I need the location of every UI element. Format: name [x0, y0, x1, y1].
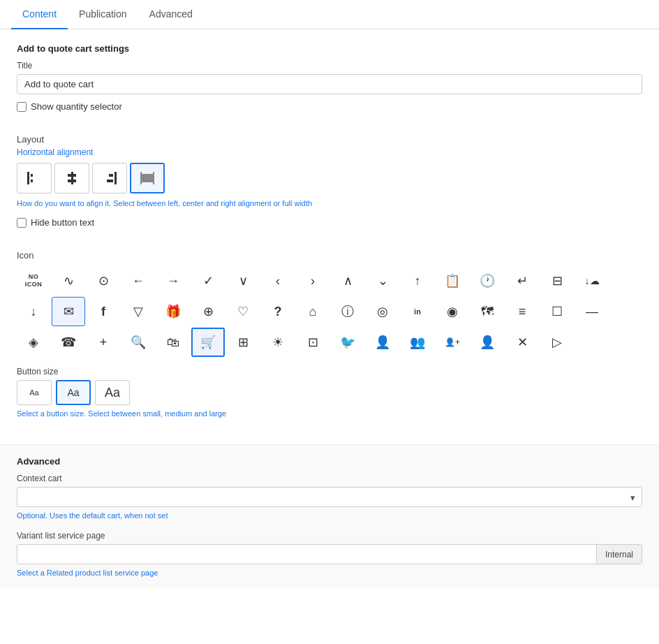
icon-mail[interactable]: ✉ — [52, 297, 85, 326]
button-size-group: Aa Aa Aa — [17, 380, 642, 405]
icon-cloud-download[interactable]: ↓☁ — [575, 266, 609, 295]
icon-globe[interactable]: ⊕ — [191, 297, 225, 326]
svg-rect-1 — [31, 174, 33, 177]
alignment-hint: How do you want to afign it. Select betw… — [17, 199, 642, 207]
hide-button-text-label[interactable]: Hide button text — [31, 217, 94, 228]
tab-bar: Content Publication Advanced — [0, 0, 659, 29]
align-left-button[interactable] — [17, 163, 52, 193]
icon-plus[interactable]: + — [87, 328, 120, 357]
icon-instagram[interactable]: ◎ — [366, 297, 399, 326]
show-quantity-label[interactable]: Show quantity selector — [31, 101, 122, 112]
icon-location[interactable]: ◉ — [436, 297, 469, 326]
icon-truck[interactable]: ⊡ — [296, 328, 330, 357]
horizontal-alignment-label: Horizontal alignment — [17, 147, 642, 157]
icon-users[interactable]: 👥 — [401, 328, 434, 357]
svg-rect-5 — [68, 180, 76, 182]
icon-twitter[interactable]: 🐦 — [331, 328, 364, 357]
svg-rect-0 — [27, 172, 29, 184]
icon-no-icon[interactable]: NOICON — [17, 266, 50, 295]
layout-label: Layout — [17, 134, 642, 145]
icon-user[interactable]: 👤 — [366, 328, 399, 357]
align-right-button[interactable] — [92, 163, 127, 193]
icon-box[interactable]: ◈ — [17, 328, 50, 357]
icon-clock[interactable]: 🕐 — [471, 266, 504, 295]
icon-clipboard[interactable]: 📋 — [436, 266, 469, 295]
icon-grid: NOICON ∿ ⊙ ← → ✓ ∨ ‹ › ∧ ⌄ ↑ 📋 🕐 ↵ ⊟ ↓☁ … — [17, 266, 642, 357]
icon-check[interactable]: ✓ — [191, 266, 225, 295]
icon-minus[interactable]: — — [575, 297, 609, 326]
icon-circle-dot[interactable]: ⊙ — [87, 266, 120, 295]
title-label: Title — [17, 61, 642, 71]
icon-heart[interactable]: ♡ — [226, 297, 260, 326]
svg-rect-4 — [68, 174, 76, 177]
icon-shopping-bag[interactable]: 🛍 — [156, 328, 190, 357]
align-center-button[interactable] — [54, 163, 89, 193]
align-full-width-icon — [138, 168, 157, 188]
button-size-label: Button size — [17, 367, 642, 376]
tab-content[interactable]: Content — [11, 0, 68, 29]
icon-shopping-cart[interactable]: 🛒 — [191, 328, 225, 357]
icon-chevron-down-sm[interactable]: ∨ — [226, 266, 260, 295]
icon-gift[interactable]: 🎁 — [156, 297, 190, 326]
icon-linkedin[interactable]: in — [401, 297, 434, 326]
icon-search[interactable]: 🔍 — [121, 328, 155, 357]
icon-user-add[interactable]: 👤+ — [436, 328, 469, 357]
icon-download[interactable]: ↓ — [17, 297, 50, 326]
icon-chevron-down[interactable]: ⌄ — [366, 266, 399, 295]
svg-rect-6 — [114, 172, 117, 184]
icon-close[interactable]: ✕ — [505, 328, 539, 357]
icon-chevron-right[interactable]: › — [296, 266, 330, 295]
align-center-icon — [62, 168, 82, 188]
advanced-title: Advanced — [17, 456, 642, 467]
icon-return[interactable]: ↵ — [505, 266, 539, 295]
icon-phone[interactable]: ☎ — [52, 328, 85, 357]
variant-list-field: Internal — [17, 544, 642, 564]
size-small-button[interactable]: Aa — [17, 380, 52, 405]
context-cart-optional: Optional. Uses the default cart, when no… — [17, 511, 642, 520]
context-cart-label: Context cart — [17, 474, 642, 483]
svg-rect-3 — [71, 172, 73, 184]
internal-button[interactable]: Internal — [596, 545, 642, 564]
svg-rect-8 — [107, 180, 113, 182]
icon-map[interactable]: 🗺 — [471, 297, 504, 326]
icon-chevron-left[interactable]: ‹ — [261, 266, 295, 295]
title-input[interactable] — [17, 74, 642, 94]
hide-button-row: Hide button text — [17, 217, 642, 228]
context-cart-wrapper — [17, 487, 642, 507]
align-right-icon — [100, 168, 119, 188]
icon-play[interactable]: ▷ — [540, 328, 574, 357]
icon-user-circle[interactable]: 👤 — [471, 328, 504, 357]
section-title: Add to quote cart settings — [17, 43, 642, 54]
icon-sliders[interactable]: ⊞ — [226, 328, 260, 357]
size-medium-button[interactable]: Aa — [56, 380, 91, 405]
icon-chevron-up[interactable]: ∧ — [331, 266, 364, 295]
tab-publication[interactable]: Publication — [68, 0, 138, 29]
main-content: Add to quote cart settings Title Show qu… — [0, 29, 659, 441]
icon-arrow-up[interactable]: ↑ — [401, 266, 434, 295]
icon-info[interactable]: ⓘ — [331, 297, 364, 326]
icon-arrow-left[interactable]: ← — [121, 266, 155, 295]
icon-filter[interactable]: ▽ — [121, 297, 155, 326]
icon-question[interactable]: ? — [261, 297, 295, 326]
icon-home[interactable]: ⌂ — [296, 297, 330, 326]
icon-minus-square[interactable]: ⊟ — [540, 266, 574, 295]
icon-chat[interactable]: ☐ — [540, 297, 574, 326]
svg-rect-7 — [109, 174, 113, 177]
size-large-button[interactable]: Aa — [95, 380, 130, 405]
icon-wave[interactable]: ∿ — [52, 266, 85, 295]
align-full-width-button[interactable] — [130, 163, 165, 193]
variant-list-input[interactable] — [17, 545, 596, 564]
hide-button-text-checkbox[interactable] — [17, 218, 27, 228]
variant-list-label: Variant list service page — [17, 531, 642, 541]
align-left-icon — [24, 168, 44, 188]
svg-rect-11 — [153, 172, 154, 184]
tab-advanced[interactable]: Advanced — [138, 0, 204, 29]
icon-facebook[interactable]: f — [87, 297, 120, 326]
icon-list[interactable]: ≡ — [505, 297, 539, 326]
context-cart-select[interactable] — [17, 487, 642, 507]
icon-label: Icon — [17, 250, 642, 261]
icon-arrow-right[interactable]: → — [156, 266, 190, 295]
svg-rect-2 — [31, 180, 33, 182]
icon-sun[interactable]: ☀ — [261, 328, 295, 357]
show-quantity-checkbox[interactable] — [17, 102, 27, 112]
